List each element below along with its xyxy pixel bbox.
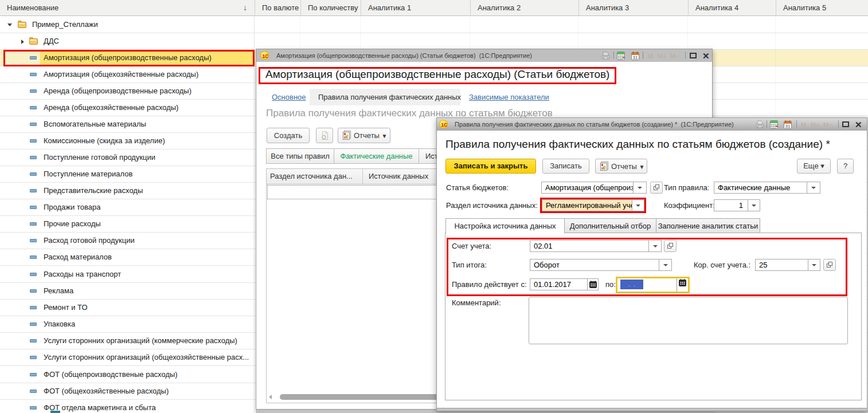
- svg-text:31: 31: [785, 124, 791, 129]
- svg-text:31: 31: [633, 55, 638, 60]
